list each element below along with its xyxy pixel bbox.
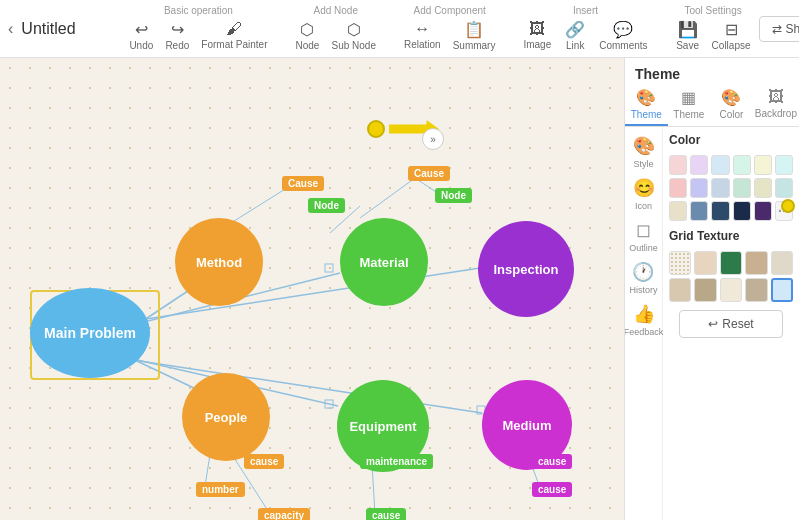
color-swatch-dark-blue2[interactable]: [711, 201, 729, 221]
node-button[interactable]: ⬡ Node: [291, 18, 323, 53]
texture-swatch-2[interactable]: [694, 251, 716, 275]
color-swatch-cyan-light[interactable]: [775, 178, 793, 198]
undo-icon: ↩: [135, 20, 148, 39]
method-node[interactable]: Method: [175, 218, 263, 306]
tab-backdrop[interactable]: 🖼 Backdrop: [753, 82, 799, 126]
material-node[interactable]: Material: [340, 218, 428, 306]
comments-label: Comments: [599, 40, 647, 51]
texture-row-2: [669, 278, 793, 302]
texture-swatch-3[interactable]: [720, 251, 742, 275]
capacity-label: capacity: [264, 510, 304, 520]
color-swatch-yellow-light[interactable]: [754, 178, 772, 198]
color-swatch-lightblue[interactable]: [711, 155, 729, 175]
insert-label: Insert: [573, 5, 598, 16]
color-section-title: Color: [669, 133, 793, 147]
tab-theme2[interactable]: ▦ Theme: [668, 82, 711, 126]
texture-swatch-1[interactable]: [669, 251, 691, 275]
color-swatch-lavender[interactable]: [690, 155, 708, 175]
link-label: Link: [566, 40, 584, 51]
inspection-node[interactable]: Inspection: [478, 221, 574, 317]
texture-swatch-7[interactable]: [694, 278, 716, 302]
add-component-group: Add Component ↔ Relation 📋 Summary: [400, 5, 500, 53]
relation-button[interactable]: ↔ Relation: [400, 18, 445, 52]
cause4-tag[interactable]: cause: [366, 508, 406, 520]
reset-button[interactable]: ↩ Reset: [679, 310, 783, 338]
theme-tab-icon: 🎨: [636, 88, 656, 107]
color-swatch-rose[interactable]: [669, 178, 687, 198]
color-swatch-lightyellow[interactable]: [754, 155, 772, 175]
cause1-tag[interactable]: Cause: [282, 176, 324, 191]
color-swatch-lightgreen[interactable]: [733, 155, 751, 175]
cause6-tag[interactable]: cause: [532, 482, 572, 497]
outline-icon: ◻: [636, 219, 651, 241]
diagram-canvas[interactable]: Main Problem Method Material Inspection …: [0, 58, 624, 520]
cause2-tag[interactable]: Cause: [408, 166, 450, 181]
main-problem-node[interactable]: Main Problem: [30, 288, 150, 378]
panel-content: Color: [663, 127, 799, 520]
texture-swatch-6[interactable]: [669, 278, 691, 302]
summary-button[interactable]: 📋 Summary: [449, 18, 500, 53]
color-swatch-beige[interactable]: [669, 201, 687, 221]
share-button[interactable]: ⇄ Share: [759, 16, 799, 42]
color-swatch-pink[interactable]: [669, 155, 687, 175]
sidebar-history-button[interactable]: 🕐 History: [625, 257, 661, 299]
cause5-label: cause: [538, 456, 566, 467]
basic-operation-label: Basic operation: [164, 5, 233, 16]
texture-swatch-4[interactable]: [745, 251, 767, 275]
maintenance-tag[interactable]: maintenance: [360, 454, 433, 469]
node2-tag[interactable]: Node: [435, 188, 472, 203]
indicator-circle: [367, 120, 385, 138]
color-swatch-dark-blue1[interactable]: [690, 201, 708, 221]
svg-line-8: [360, 178, 415, 218]
texture-swatch-5[interactable]: [771, 251, 793, 275]
color-tab-label: Color: [719, 109, 743, 120]
cause5-tag[interactable]: cause: [532, 454, 572, 469]
sidebar-outline-button[interactable]: ◻ Outline: [625, 215, 662, 257]
image-button[interactable]: 🖼 Image: [519, 18, 555, 52]
backdrop-tab-label: Backdrop: [755, 108, 797, 119]
insert-group: Insert 🖼 Image 🔗 Link 💬 Comments: [519, 5, 651, 53]
tab-theme[interactable]: 🎨 Theme: [625, 82, 668, 126]
number-tag[interactable]: number: [196, 482, 245, 497]
color-swatch-dark-purple[interactable]: [754, 201, 772, 221]
color-swatch-green-light[interactable]: [733, 178, 751, 198]
texture-swatch-9[interactable]: [745, 278, 767, 302]
sidebar-style-button[interactable]: 🎨 Style: [629, 131, 659, 173]
add-node-label: Add Node: [313, 5, 357, 16]
comments-button[interactable]: 💬 Comments: [595, 18, 651, 53]
sidebar-icon-button[interactable]: 😊 Icon: [629, 173, 659, 215]
theme2-tab-icon: ▦: [681, 88, 696, 107]
cause3-tag[interactable]: cause: [244, 454, 284, 469]
cause6-label: cause: [538, 484, 566, 495]
backdrop-tab-icon: 🖼: [768, 88, 784, 106]
back-button[interactable]: ‹: [8, 20, 13, 38]
texture-swatch-8[interactable]: [720, 278, 742, 302]
theme-tab-label: Theme: [631, 109, 662, 120]
link-button[interactable]: 🔗 Link: [559, 18, 591, 53]
undo-button[interactable]: ↩ Undo: [125, 18, 157, 53]
sidebar-feedback-button[interactable]: 👍 Feedback: [625, 299, 667, 341]
color-swatch-lightcyan[interactable]: [775, 155, 793, 175]
save-button[interactable]: 💾 Save: [672, 18, 704, 53]
medium-label: Medium: [502, 418, 551, 433]
color-swatch-purple-light[interactable]: [690, 178, 708, 198]
cause3-label: cause: [250, 456, 278, 467]
toolbar: ‹ Untitled Basic operation ↩ Undo ↪ Redo…: [0, 0, 799, 58]
tab-color[interactable]: 🎨 Color: [710, 82, 753, 126]
node2-label: Node: [441, 190, 466, 201]
collapse-button[interactable]: ⊟ Collapse: [708, 18, 755, 53]
sub-node-button[interactable]: ⬡ Sub Node: [327, 18, 379, 53]
node1-tag[interactable]: Node: [308, 198, 345, 213]
color-swatch-blue-light[interactable]: [711, 178, 729, 198]
node-label: Node: [296, 40, 320, 51]
color-swatch-navy[interactable]: [733, 201, 751, 221]
redo-button[interactable]: ↪ Redo: [161, 18, 193, 53]
panel-collapse-button[interactable]: »: [422, 128, 444, 150]
people-node[interactable]: People: [182, 373, 270, 461]
texture-swatch-10[interactable]: [771, 278, 794, 302]
relation-icon: ↔: [414, 20, 430, 38]
save-icon: 💾: [678, 20, 698, 39]
format-painter-button[interactable]: 🖌 Format Painter: [197, 18, 271, 52]
collapse-label: Collapse: [712, 40, 751, 51]
capacity-tag[interactable]: capacity: [258, 508, 310, 520]
